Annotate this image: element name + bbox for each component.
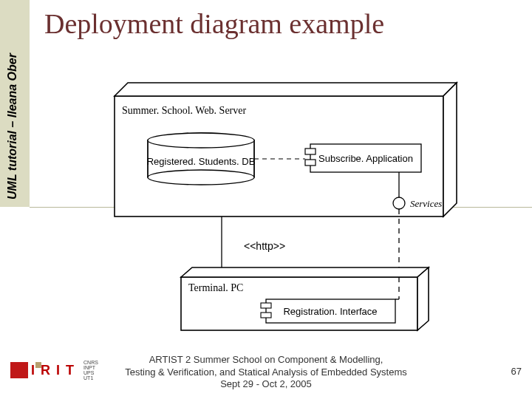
deployment-diagram: Summer. School. Web. Server Registered. … [0,0,532,399]
svg-rect-20 [261,303,271,308]
footer-line-2: Testing & Verification, and Statical Ana… [0,366,532,378]
node-web-server: Summer. School. Web. Server Registered. … [115,83,457,216]
svg-marker-3 [443,83,457,216]
svg-marker-2 [115,83,457,96]
interface-lollipop-icon [393,197,405,209]
svg-point-6 [148,170,254,185]
node-web-server-label: Summer. School. Web. Server [122,105,246,116]
http-link-label: <<http>> [244,240,285,252]
http-link: <<http>> [222,216,285,270]
db-registered-students: Registered. Students. DB [147,133,256,185]
svg-rect-12 [305,149,316,154]
footer-line-3: Sept 29 - Oct 2, 2005 [0,378,532,390]
svg-rect-13 [305,160,316,166]
component-registration-label: Registration. Interface [283,306,377,317]
interface-services-label: Services [410,198,442,209]
node-terminal-pc: Terminal. PC Registration. Interface [181,209,429,330]
node-terminal-pc-label: Terminal. PC [188,282,243,293]
component-subscribe-application: Subscribe. Application [305,144,421,172]
footer-text: ARTIST 2 Summer School on Component & Mo… [0,354,532,390]
component-subscribe-label: Subscribe. Application [318,153,413,164]
db-label: Registered. Students. DB [147,156,256,167]
svg-rect-21 [261,313,271,318]
page-number: 67 [511,366,522,377]
footer-line-1: ARTIST 2 Summer School on Component & Mo… [0,354,532,366]
component-registration-interface: Registration. Interface [261,299,395,323]
svg-point-10 [148,133,254,148]
svg-marker-18 [417,267,429,330]
svg-marker-17 [181,267,429,277]
